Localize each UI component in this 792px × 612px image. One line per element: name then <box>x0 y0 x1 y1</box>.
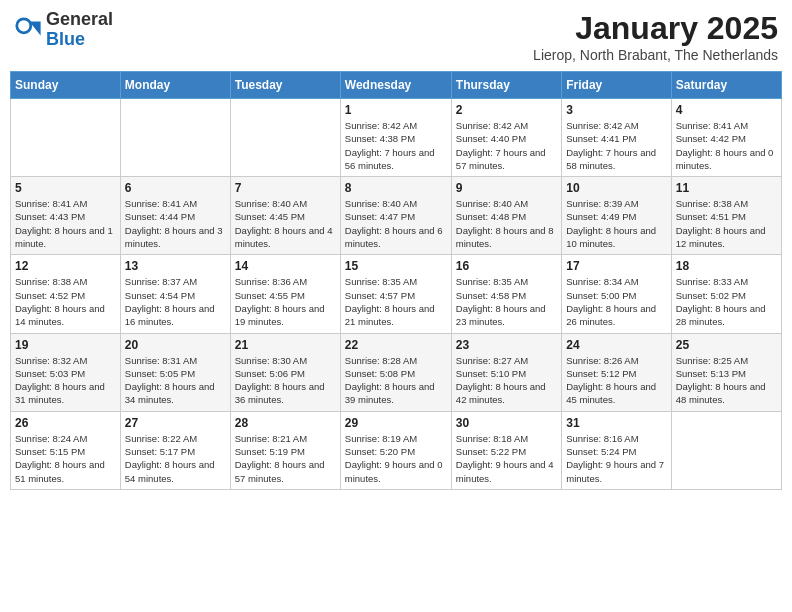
calendar-day-cell <box>120 99 230 177</box>
day-of-week-header: Saturday <box>671 72 781 99</box>
day-number: 2 <box>456 103 557 117</box>
calendar-day-cell: 23Sunrise: 8:27 AM Sunset: 5:10 PM Dayli… <box>451 333 561 411</box>
day-number: 31 <box>566 416 666 430</box>
day-number: 21 <box>235 338 336 352</box>
calendar-day-cell: 20Sunrise: 8:31 AM Sunset: 5:05 PM Dayli… <box>120 333 230 411</box>
day-info: Sunrise: 8:41 AM Sunset: 4:42 PM Dayligh… <box>676 119 777 172</box>
day-info: Sunrise: 8:35 AM Sunset: 4:58 PM Dayligh… <box>456 275 557 328</box>
day-info: Sunrise: 8:40 AM Sunset: 4:47 PM Dayligh… <box>345 197 447 250</box>
day-number: 11 <box>676 181 777 195</box>
day-number: 13 <box>125 259 226 273</box>
logo-blue-text: Blue <box>46 30 113 50</box>
calendar-day-cell: 28Sunrise: 8:21 AM Sunset: 5:19 PM Dayli… <box>230 411 340 489</box>
calendar-week-row: 12Sunrise: 8:38 AM Sunset: 4:52 PM Dayli… <box>11 255 782 333</box>
calendar-day-cell: 27Sunrise: 8:22 AM Sunset: 5:17 PM Dayli… <box>120 411 230 489</box>
day-info: Sunrise: 8:38 AM Sunset: 4:51 PM Dayligh… <box>676 197 777 250</box>
calendar-day-cell: 12Sunrise: 8:38 AM Sunset: 4:52 PM Dayli… <box>11 255 121 333</box>
calendar-day-cell: 22Sunrise: 8:28 AM Sunset: 5:08 PM Dayli… <box>340 333 451 411</box>
day-info: Sunrise: 8:32 AM Sunset: 5:03 PM Dayligh… <box>15 354 116 407</box>
day-info: Sunrise: 8:38 AM Sunset: 4:52 PM Dayligh… <box>15 275 116 328</box>
day-of-week-header: Sunday <box>11 72 121 99</box>
calendar-header-row: SundayMondayTuesdayWednesdayThursdayFrid… <box>11 72 782 99</box>
day-info: Sunrise: 8:25 AM Sunset: 5:13 PM Dayligh… <box>676 354 777 407</box>
calendar-day-cell <box>230 99 340 177</box>
day-number: 23 <box>456 338 557 352</box>
calendar-day-cell: 19Sunrise: 8:32 AM Sunset: 5:03 PM Dayli… <box>11 333 121 411</box>
day-number: 12 <box>15 259 116 273</box>
day-info: Sunrise: 8:24 AM Sunset: 5:15 PM Dayligh… <box>15 432 116 485</box>
calendar-day-cell: 14Sunrise: 8:36 AM Sunset: 4:55 PM Dayli… <box>230 255 340 333</box>
day-info: Sunrise: 8:42 AM Sunset: 4:40 PM Dayligh… <box>456 119 557 172</box>
day-number: 1 <box>345 103 447 117</box>
day-info: Sunrise: 8:42 AM Sunset: 4:38 PM Dayligh… <box>345 119 447 172</box>
calendar-day-cell: 1Sunrise: 8:42 AM Sunset: 4:38 PM Daylig… <box>340 99 451 177</box>
calendar-day-cell: 5Sunrise: 8:41 AM Sunset: 4:43 PM Daylig… <box>11 177 121 255</box>
day-of-week-header: Thursday <box>451 72 561 99</box>
day-number: 30 <box>456 416 557 430</box>
day-number: 16 <box>456 259 557 273</box>
day-number: 5 <box>15 181 116 195</box>
day-number: 27 <box>125 416 226 430</box>
day-number: 8 <box>345 181 447 195</box>
month-title: January 2025 <box>533 10 778 47</box>
day-number: 14 <box>235 259 336 273</box>
calendar-week-row: 5Sunrise: 8:41 AM Sunset: 4:43 PM Daylig… <box>11 177 782 255</box>
day-of-week-header: Monday <box>120 72 230 99</box>
day-info: Sunrise: 8:39 AM Sunset: 4:49 PM Dayligh… <box>566 197 666 250</box>
day-info: Sunrise: 8:35 AM Sunset: 4:57 PM Dayligh… <box>345 275 447 328</box>
day-of-week-header: Friday <box>562 72 671 99</box>
calendar-week-row: 19Sunrise: 8:32 AM Sunset: 5:03 PM Dayli… <box>11 333 782 411</box>
logo: General Blue <box>14 10 113 50</box>
day-info: Sunrise: 8:37 AM Sunset: 4:54 PM Dayligh… <box>125 275 226 328</box>
calendar-day-cell: 16Sunrise: 8:35 AM Sunset: 4:58 PM Dayli… <box>451 255 561 333</box>
calendar-day-cell <box>671 411 781 489</box>
day-info: Sunrise: 8:33 AM Sunset: 5:02 PM Dayligh… <box>676 275 777 328</box>
calendar-week-row: 1Sunrise: 8:42 AM Sunset: 4:38 PM Daylig… <box>11 99 782 177</box>
day-info: Sunrise: 8:16 AM Sunset: 5:24 PM Dayligh… <box>566 432 666 485</box>
day-info: Sunrise: 8:40 AM Sunset: 4:45 PM Dayligh… <box>235 197 336 250</box>
calendar-week-row: 26Sunrise: 8:24 AM Sunset: 5:15 PM Dayli… <box>11 411 782 489</box>
calendar-day-cell: 30Sunrise: 8:18 AM Sunset: 5:22 PM Dayli… <box>451 411 561 489</box>
calendar-day-cell: 13Sunrise: 8:37 AM Sunset: 4:54 PM Dayli… <box>120 255 230 333</box>
calendar-day-cell: 24Sunrise: 8:26 AM Sunset: 5:12 PM Dayli… <box>562 333 671 411</box>
day-number: 20 <box>125 338 226 352</box>
calendar-day-cell: 25Sunrise: 8:25 AM Sunset: 5:13 PM Dayli… <box>671 333 781 411</box>
day-info: Sunrise: 8:34 AM Sunset: 5:00 PM Dayligh… <box>566 275 666 328</box>
day-number: 25 <box>676 338 777 352</box>
calendar-day-cell: 4Sunrise: 8:41 AM Sunset: 4:42 PM Daylig… <box>671 99 781 177</box>
calendar-table: SundayMondayTuesdayWednesdayThursdayFrid… <box>10 71 782 490</box>
day-info: Sunrise: 8:36 AM Sunset: 4:55 PM Dayligh… <box>235 275 336 328</box>
calendar-day-cell: 3Sunrise: 8:42 AM Sunset: 4:41 PM Daylig… <box>562 99 671 177</box>
day-info: Sunrise: 8:21 AM Sunset: 5:19 PM Dayligh… <box>235 432 336 485</box>
day-of-week-header: Wednesday <box>340 72 451 99</box>
calendar-day-cell: 6Sunrise: 8:41 AM Sunset: 4:44 PM Daylig… <box>120 177 230 255</box>
day-number: 28 <box>235 416 336 430</box>
calendar-day-cell: 21Sunrise: 8:30 AM Sunset: 5:06 PM Dayli… <box>230 333 340 411</box>
day-number: 3 <box>566 103 666 117</box>
day-number: 4 <box>676 103 777 117</box>
day-info: Sunrise: 8:30 AM Sunset: 5:06 PM Dayligh… <box>235 354 336 407</box>
day-info: Sunrise: 8:26 AM Sunset: 5:12 PM Dayligh… <box>566 354 666 407</box>
day-number: 7 <box>235 181 336 195</box>
day-info: Sunrise: 8:42 AM Sunset: 4:41 PM Dayligh… <box>566 119 666 172</box>
calendar-day-cell: 31Sunrise: 8:16 AM Sunset: 5:24 PM Dayli… <box>562 411 671 489</box>
calendar-day-cell: 17Sunrise: 8:34 AM Sunset: 5:00 PM Dayli… <box>562 255 671 333</box>
page-header: General Blue January 2025 Lierop, North … <box>10 10 782 63</box>
day-info: Sunrise: 8:27 AM Sunset: 5:10 PM Dayligh… <box>456 354 557 407</box>
calendar-day-cell: 11Sunrise: 8:38 AM Sunset: 4:51 PM Dayli… <box>671 177 781 255</box>
logo-icon <box>14 16 42 44</box>
day-info: Sunrise: 8:28 AM Sunset: 5:08 PM Dayligh… <box>345 354 447 407</box>
calendar-day-cell: 10Sunrise: 8:39 AM Sunset: 4:49 PM Dayli… <box>562 177 671 255</box>
calendar-day-cell: 18Sunrise: 8:33 AM Sunset: 5:02 PM Dayli… <box>671 255 781 333</box>
calendar-day-cell: 2Sunrise: 8:42 AM Sunset: 4:40 PM Daylig… <box>451 99 561 177</box>
svg-point-0 <box>17 19 31 33</box>
calendar-day-cell: 26Sunrise: 8:24 AM Sunset: 5:15 PM Dayli… <box>11 411 121 489</box>
day-number: 17 <box>566 259 666 273</box>
location-subtitle: Lierop, North Brabant, The Netherlands <box>533 47 778 63</box>
day-info: Sunrise: 8:19 AM Sunset: 5:20 PM Dayligh… <box>345 432 447 485</box>
calendar-day-cell <box>11 99 121 177</box>
day-of-week-header: Tuesday <box>230 72 340 99</box>
calendar-day-cell: 7Sunrise: 8:40 AM Sunset: 4:45 PM Daylig… <box>230 177 340 255</box>
day-number: 6 <box>125 181 226 195</box>
day-number: 29 <box>345 416 447 430</box>
